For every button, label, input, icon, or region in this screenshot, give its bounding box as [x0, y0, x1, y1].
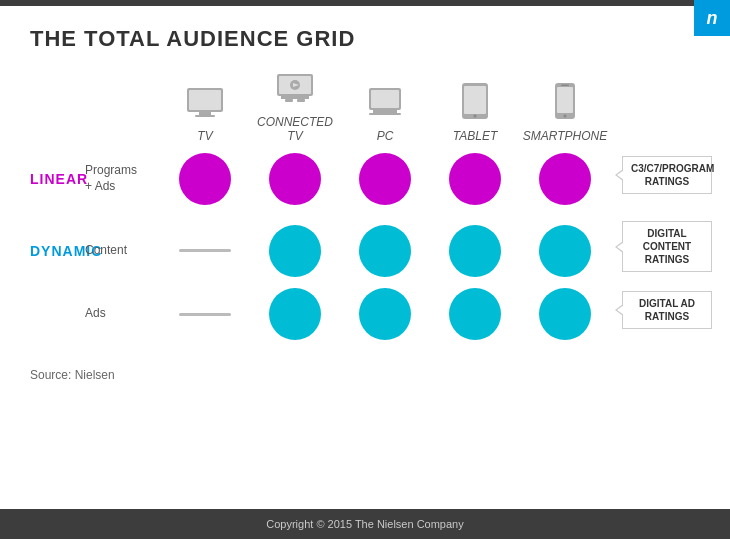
circle-cell [430, 225, 520, 277]
circle-ads-pc [359, 288, 411, 340]
device-col-pc: PC [340, 86, 430, 143]
circle-linear-tv [179, 153, 231, 205]
footer: Copyright © 2015 The Nielsen Company [0, 509, 730, 539]
connected-tv-icon [273, 72, 317, 111]
device-label-connected-tv: CONNECTED TV [250, 115, 340, 143]
circle-content-ctv [269, 225, 321, 277]
svg-rect-10 [297, 99, 305, 102]
circle-ads-phone [539, 288, 591, 340]
linear-category-label: LINEAR [30, 171, 85, 187]
page-title: THE TOTAL AUDIENCE GRID [30, 26, 700, 52]
circle-cell [430, 153, 520, 205]
device-col-connected-tv: CONNECTED TV [250, 72, 340, 143]
svg-point-20 [564, 115, 567, 118]
dynamic-ads-row: Ads DIGITAL AD RATINGS [30, 288, 712, 340]
circle-cell [520, 288, 610, 340]
dynamic-ads-circles [160, 288, 610, 340]
svg-rect-16 [464, 86, 486, 114]
dynamic-content-row: DYNAMIC Content DIGITAL CONTENT RATINGS [30, 221, 712, 280]
svg-rect-2 [199, 112, 211, 115]
dynamic-ads-label-area: Ads [30, 306, 160, 322]
circle-cell [160, 153, 250, 205]
digital-content-ratings-box: DIGITAL CONTENT RATINGS [622, 221, 712, 272]
linear-ratings-box: C3/C7/PROGRAM RATINGS [622, 156, 712, 194]
dynamic-ads-name: Ads [85, 306, 140, 322]
device-col-tv: TV [160, 86, 250, 143]
circle-content-pc [359, 225, 411, 277]
dynamic-content-circles [160, 225, 610, 277]
svg-point-17 [474, 115, 477, 118]
circle-cell [160, 313, 250, 316]
circle-cell [340, 153, 430, 205]
dash-line-tv [179, 249, 231, 252]
device-label-tablet: TABLET [453, 129, 497, 143]
smartphone-icon [554, 82, 576, 125]
linear-label-area: LINEAR Programs + Ads [30, 163, 160, 194]
circle-ads-tablet [449, 288, 501, 340]
device-label-tv: TV [197, 129, 212, 143]
circle-linear-phone [539, 153, 591, 205]
device-col-smartphone: SMARTPHONE [520, 82, 610, 143]
dynamic-content-name: Content [85, 243, 140, 259]
svg-rect-21 [561, 85, 569, 87]
footer-text: Copyright © 2015 The Nielsen Company [266, 518, 463, 530]
device-label-pc: PC [377, 129, 394, 143]
circle-content-tablet [449, 225, 501, 277]
svg-rect-1 [189, 90, 221, 110]
linear-circles [160, 153, 610, 205]
circle-cell [250, 288, 340, 340]
circle-cell [340, 288, 430, 340]
dash-line-ads-tv [179, 313, 231, 316]
main-content: THE TOTAL AUDIENCE GRID TV [0, 6, 730, 509]
rows-area: LINEAR Programs + Ads C3/C7/PROGRAM RATI… [30, 153, 712, 348]
circle-content-phone [539, 225, 591, 277]
circle-cell [250, 153, 340, 205]
circle-linear-pc [359, 153, 411, 205]
circle-cell [520, 153, 610, 205]
pc-icon [363, 86, 407, 125]
device-header: TV CONNECTED TV [160, 72, 700, 143]
tablet-icon [460, 82, 490, 125]
svg-rect-13 [373, 110, 397, 113]
circle-cell [250, 225, 340, 277]
svg-rect-14 [369, 113, 401, 115]
source-line: Source: Nielsen [30, 368, 700, 382]
linear-row-name: Programs + Ads [85, 163, 140, 194]
circle-cell [340, 225, 430, 277]
linear-row: LINEAR Programs + Ads C3/C7/PROGRAM RATI… [30, 153, 712, 205]
circle-cell [160, 249, 250, 252]
tv-icon [183, 86, 227, 125]
svg-rect-12 [371, 90, 399, 108]
digital-ad-ratings-box: DIGITAL AD RATINGS [622, 291, 712, 329]
circle-cell [520, 225, 610, 277]
dynamic-label-area: DYNAMIC Content [30, 243, 160, 259]
circle-cell [430, 288, 520, 340]
svg-rect-3 [195, 115, 215, 117]
device-label-smartphone: SMARTPHONE [523, 129, 607, 143]
circle-linear-tablet [449, 153, 501, 205]
circle-linear-ctv [269, 153, 321, 205]
svg-rect-19 [557, 87, 573, 113]
device-col-tablet: TABLET [430, 82, 520, 143]
svg-rect-8 [281, 96, 309, 99]
circle-ads-ctv [269, 288, 321, 340]
svg-rect-9 [285, 99, 293, 102]
content-grid: LINEAR Programs + Ads C3/C7/PROGRAM RATI… [30, 153, 700, 348]
dynamic-category-label: DYNAMIC [30, 243, 85, 259]
